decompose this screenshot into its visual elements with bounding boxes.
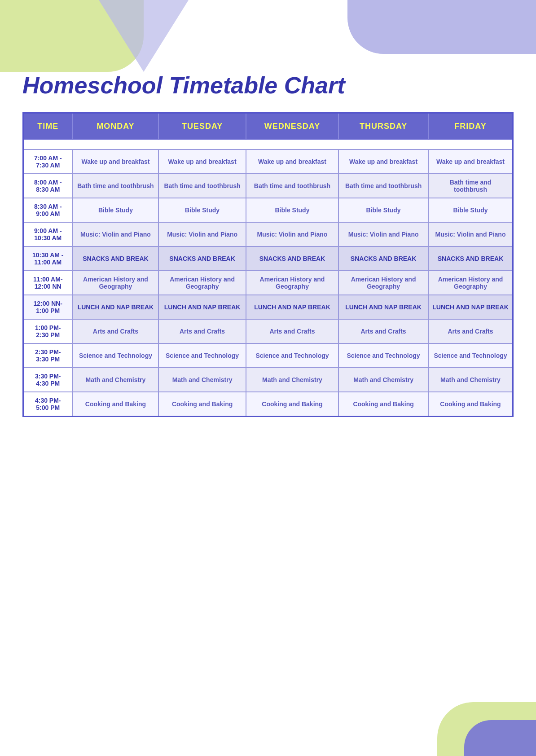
activity-cell: Science and Technology <box>338 343 428 368</box>
activity-cell: American History and Geography <box>73 271 159 295</box>
activity-cell: Cooking and Baking <box>338 392 428 417</box>
activity-cell: American History and Geography <box>428 271 513 295</box>
activity-cell: American History and Geography <box>338 271 428 295</box>
page-title: Homeschool Timetable Chart <box>22 72 514 99</box>
activity-cell: Music: Violin and Piano <box>428 222 513 246</box>
spacer-cell <box>246 140 338 149</box>
spacer-cell <box>338 140 428 149</box>
activity-cell: LUNCH AND NAP BREAK <box>338 295 428 319</box>
table-row: 11:00 AM- 12:00 NNAmerican History and G… <box>23 271 513 295</box>
activity-cell: Math and Chemistry <box>73 368 159 392</box>
activity-cell: Cooking and Baking <box>158 392 246 417</box>
activity-cell: Math and Chemistry <box>246 368 338 392</box>
time-cell: 9:00 AM - 10:30 AM <box>23 222 73 246</box>
activity-cell: Bible Study <box>158 198 246 222</box>
table-row: 3:30 PM- 4:30 PMMath and ChemistryMath a… <box>23 368 513 392</box>
time-cell: 10:30 AM - 11:00 AM <box>23 246 73 271</box>
activity-cell: Bath time and toothbrush <box>73 174 159 198</box>
table-row: 12:00 NN- 1:00 PMLUNCH AND NAP BREAKLUNC… <box>23 295 513 319</box>
activity-cell: SNACKS AND BREAK <box>338 246 428 271</box>
activity-cell: Science and Technology <box>428 343 513 368</box>
activity-cell: Math and Chemistry <box>158 368 246 392</box>
table-row: 8:30 AM - 9:00 AMBible StudyBible StudyB… <box>23 198 513 222</box>
time-cell: 3:30 PM- 4:30 PM <box>23 368 73 392</box>
table-row: 2:30 PM- 3:30 PMScience and TechnologySc… <box>23 343 513 368</box>
activity-cell: SNACKS AND BREAK <box>158 246 246 271</box>
time-cell: 12:00 NN- 1:00 PM <box>23 295 73 319</box>
activity-cell: Bible Study <box>338 198 428 222</box>
activity-cell: Cooking and Baking <box>428 392 513 417</box>
time-cell: 4:30 PM- 5:00 PM <box>23 392 73 417</box>
spacer-cell <box>73 140 159 149</box>
activity-cell: Cooking and Baking <box>246 392 338 417</box>
activity-cell: American History and Geography <box>246 271 338 295</box>
table-row: 1:00 PM- 2:30 PMArts and CraftsArts and … <box>23 319 513 343</box>
time-cell: 8:30 AM - 9:00 AM <box>23 198 73 222</box>
activity-cell: Bath time and toothbrush <box>338 174 428 198</box>
activity-cell: LUNCH AND NAP BREAK <box>428 295 513 319</box>
bg-decoration-purple-bottom <box>464 720 536 756</box>
page-content: Homeschool Timetable Chart TIME MONDAY T… <box>0 0 536 444</box>
activity-cell: Science and Technology <box>73 343 159 368</box>
table-row: 8:00 AM - 8:30 AMBath time and toothbrus… <box>23 174 513 198</box>
activity-cell: LUNCH AND NAP BREAK <box>73 295 159 319</box>
activity-cell: Science and Technology <box>246 343 338 368</box>
table-row: 10:30 AM - 11:00 AMSNACKS AND BREAKSNACK… <box>23 246 513 271</box>
activity-cell: Music: Violin and Piano <box>338 222 428 246</box>
spacer-cell <box>23 140 73 149</box>
activity-cell: Bible Study <box>246 198 338 222</box>
activity-cell: Arts and Crafts <box>246 319 338 343</box>
spacer-cell <box>428 140 513 149</box>
activity-cell: Wake up and breakfast <box>338 149 428 174</box>
col-header-time: TIME <box>23 113 73 140</box>
activity-cell: Bible Study <box>428 198 513 222</box>
activity-cell: Wake up and breakfast <box>428 149 513 174</box>
activity-cell: Arts and Crafts <box>73 319 159 343</box>
time-cell: 7:00 AM - 7:30 AM <box>23 149 73 174</box>
activity-cell: SNACKS AND BREAK <box>73 246 159 271</box>
table-row: 7:00 AM - 7:30 AMWake up and breakfastWa… <box>23 149 513 174</box>
activity-cell: LUNCH AND NAP BREAK <box>246 295 338 319</box>
col-header-thursday: THURSDAY <box>338 113 428 140</box>
activity-cell: Cooking and Baking <box>73 392 159 417</box>
activity-cell: Science and Technology <box>158 343 246 368</box>
activity-cell: American History and Geography <box>158 271 246 295</box>
activity-cell: Bath time and toothbrush <box>158 174 246 198</box>
activity-cell: SNACKS AND BREAK <box>246 246 338 271</box>
col-header-monday: MONDAY <box>73 113 159 140</box>
activity-cell: Arts and Crafts <box>158 319 246 343</box>
activity-cell: Music: Violin and Piano <box>158 222 246 246</box>
activity-cell: Music: Violin and Piano <box>246 222 338 246</box>
table-row: 9:00 AM - 10:30 AMMusic: Violin and Pian… <box>23 222 513 246</box>
activity-cell: Arts and Crafts <box>428 319 513 343</box>
spacer-cell <box>158 140 246 149</box>
table-header-row: TIME MONDAY TUESDAY WEDNESDAY THURSDAY F… <box>23 113 513 140</box>
activity-cell: Wake up and breakfast <box>158 149 246 174</box>
time-cell: 11:00 AM- 12:00 NN <box>23 271 73 295</box>
col-header-friday: FRIDAY <box>428 113 513 140</box>
table-row: 4:30 PM- 5:00 PMCooking and BakingCookin… <box>23 392 513 417</box>
activity-cell: SNACKS AND BREAK <box>428 246 513 271</box>
activity-cell: Math and Chemistry <box>428 368 513 392</box>
activity-cell: Wake up and breakfast <box>246 149 338 174</box>
col-header-wednesday: WEDNESDAY <box>246 113 338 140</box>
time-cell: 1:00 PM- 2:30 PM <box>23 319 73 343</box>
col-header-tuesday: TUESDAY <box>158 113 246 140</box>
timetable: TIME MONDAY TUESDAY WEDNESDAY THURSDAY F… <box>22 112 514 417</box>
activity-cell: Arts and Crafts <box>338 319 428 343</box>
activity-cell: LUNCH AND NAP BREAK <box>158 295 246 319</box>
activity-cell: Wake up and breakfast <box>73 149 159 174</box>
time-cell: 2:30 PM- 3:30 PM <box>23 343 73 368</box>
activity-cell: Bath time and toothbrush <box>428 174 513 198</box>
activity-cell: Bible Study <box>73 198 159 222</box>
activity-cell: Bath time and toothbrush <box>246 174 338 198</box>
activity-cell: Music: Violin and Piano <box>73 222 159 246</box>
activity-cell: Math and Chemistry <box>338 368 428 392</box>
time-cell: 8:00 AM - 8:30 AM <box>23 174 73 198</box>
